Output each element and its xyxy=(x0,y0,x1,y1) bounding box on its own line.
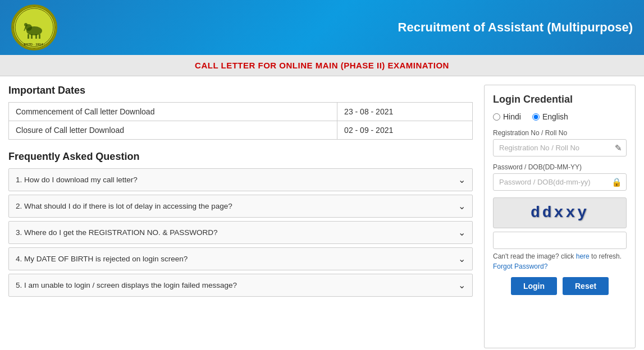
faq-item-5[interactable]: 5. I am unable to login / screen display… xyxy=(8,274,473,297)
faq-text-1: 1. How do I download my call letter? xyxy=(16,176,138,184)
hindi-radio-label[interactable]: Hindi xyxy=(493,112,521,121)
table-row: Closure of Call letter Download 02 - 09 … xyxy=(9,121,473,140)
captcha-hint-post: to refresh. xyxy=(590,252,622,260)
banner: CALL LETTER FOR ONLINE MAIN (PHASE II) E… xyxy=(0,55,644,76)
edit-icon: ✎ xyxy=(615,143,622,153)
date-label-2: Closure of Call letter Download xyxy=(9,121,337,140)
svg-rect-4 xyxy=(28,34,29,39)
password-input[interactable] xyxy=(493,173,627,191)
faq-text-4: 4. My DATE OF BIRTH is rejected on login… xyxy=(16,255,188,263)
svg-rect-7 xyxy=(39,34,40,39)
faq-text-5: 5. I am unable to login / screen display… xyxy=(16,281,237,289)
password-label: Password / DOB(DD-MM-YY) xyxy=(493,163,627,171)
chevron-down-icon-3: ⌄ xyxy=(458,227,465,238)
reg-label: Registration No / Roll No xyxy=(493,129,627,137)
registration-input[interactable] xyxy=(493,139,627,156)
captcha-input[interactable] xyxy=(493,232,627,249)
dates-table: Commencement of Call letter Download 23 … xyxy=(8,102,473,140)
header: ESTD · 1914 · Recruitment of Assistant (… xyxy=(0,0,644,55)
english-radio-label[interactable]: English xyxy=(532,112,568,121)
header-title: Recruitment of Assistant (Multipurpose) xyxy=(57,20,633,35)
english-label: English xyxy=(542,112,568,121)
faq-title: Frequently Asked Question xyxy=(8,151,473,163)
svg-text:ESTD · 1914 ·: ESTD · 1914 · xyxy=(24,43,45,46)
login-button[interactable]: Login xyxy=(511,277,557,295)
svg-rect-6 xyxy=(35,34,37,39)
faq-text-3: 3. Where do I get the REGISTRATION NO. &… xyxy=(16,228,218,237)
chevron-down-icon-5: ⌄ xyxy=(458,280,465,291)
chevron-down-icon-1: ⌄ xyxy=(458,174,465,185)
table-row: Commencement of Call letter Download 23 … xyxy=(9,103,473,121)
faq-item-4[interactable]: 4. My DATE OF BIRTH is rejected on login… xyxy=(8,247,473,270)
main-content: Important Dates Commencement of Call let… xyxy=(0,76,644,350)
english-radio[interactable] xyxy=(532,113,540,121)
faq-text-2: 2. What should I do if there is lot of d… xyxy=(16,202,232,210)
svg-point-8 xyxy=(24,23,28,26)
chevron-down-icon-2: ⌄ xyxy=(458,201,465,211)
password-input-wrapper: 🔒 xyxy=(493,173,627,191)
captcha-hint-pre: Can't read the image? click xyxy=(493,252,576,260)
date-value-2: 02 - 09 - 2021 xyxy=(337,121,473,140)
date-label-1: Commencement of Call letter Download xyxy=(9,103,337,121)
hindi-radio[interactable] xyxy=(493,113,500,121)
reg-input-wrapper: ✎ xyxy=(493,139,627,156)
faq-item-1[interactable]: 1. How do I download my call letter? ⌄ xyxy=(8,168,473,191)
language-radio-group: Hindi English xyxy=(493,112,627,121)
banner-text: CALL LETTER FOR ONLINE MAIN (PHASE II) E… xyxy=(195,61,449,70)
logo: ESTD · 1914 · xyxy=(11,4,57,50)
faq-item-3[interactable]: 3. Where do I get the REGISTRATION NO. &… xyxy=(8,221,473,244)
login-title: Login Credential xyxy=(493,94,627,105)
svg-rect-5 xyxy=(31,34,33,39)
left-panel: Important Dates Commencement of Call let… xyxy=(8,85,484,348)
login-panel: Login Credential Hindi English Registrat… xyxy=(484,85,636,348)
captcha-image: ddxxy xyxy=(493,197,627,228)
captcha-text: ddxxy xyxy=(531,204,589,222)
forgot-password-link[interactable]: Forgot Password? xyxy=(493,262,627,270)
important-dates-title: Important Dates xyxy=(8,85,473,96)
logo-svg: ESTD · 1914 · xyxy=(13,6,56,49)
faq-item-2[interactable]: 2. What should I do if there is lot of d… xyxy=(8,195,473,218)
lock-icon: 🔒 xyxy=(611,177,622,187)
captcha-refresh-link[interactable]: here xyxy=(576,252,590,260)
reset-button[interactable]: Reset xyxy=(563,277,609,295)
hindi-label: Hindi xyxy=(503,112,521,121)
chevron-down-icon-4: ⌄ xyxy=(458,254,465,264)
date-value-1: 23 - 08 - 2021 xyxy=(337,103,473,121)
button-row: Login Reset xyxy=(493,277,627,295)
captcha-hint: Can't read the image? click here to refr… xyxy=(493,252,627,260)
